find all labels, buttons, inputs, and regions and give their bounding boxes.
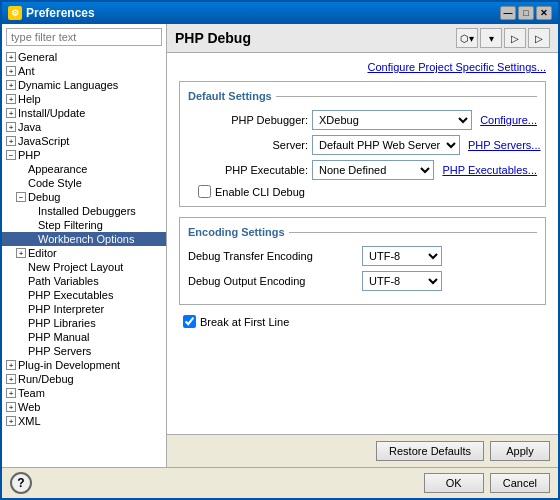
sidebar-item-php-manual[interactable]: PHP Manual bbox=[2, 330, 166, 344]
configure-link[interactable]: Configure... bbox=[480, 114, 537, 126]
cli-debug-checkbox[interactable] bbox=[198, 185, 211, 198]
bottom-bar: Restore Defaults Apply bbox=[167, 434, 558, 467]
cli-debug-label: Enable CLI Debug bbox=[215, 186, 305, 198]
sidebar-item-general[interactable]: + General bbox=[2, 50, 166, 64]
sidebar-item-ant[interactable]: + Ant bbox=[2, 64, 166, 78]
nav-buttons: ⬡▾ ▾ ▷ ▷ bbox=[456, 28, 550, 48]
sidebar-item-dynamic-languages[interactable]: + Dynamic Languages bbox=[2, 78, 166, 92]
sidebar-item-debug[interactable]: − Debug bbox=[2, 190, 166, 204]
sidebar-item-javascript[interactable]: + JavaScript bbox=[2, 134, 166, 148]
window-icon: ⚙ bbox=[8, 6, 22, 20]
main-panel: PHP Debug ⬡▾ ▾ ▷ ▷ Configure Project Spe… bbox=[167, 24, 558, 467]
default-settings-title: Default Settings bbox=[188, 90, 276, 102]
php-executables-link[interactable]: PHP Executables... bbox=[442, 164, 537, 176]
break-first-line-label: Break at First Line bbox=[200, 316, 289, 328]
toggle-run-debug[interactable]: + bbox=[6, 374, 16, 384]
toggle-dynamic[interactable]: + bbox=[6, 80, 16, 90]
sidebar-item-help[interactable]: + Help bbox=[2, 92, 166, 106]
toggle-php[interactable]: − bbox=[6, 150, 16, 160]
sidebar-item-plug-in-development[interactable]: + Plug-in Development bbox=[2, 358, 166, 372]
nav-forward-button[interactable]: ▷ bbox=[504, 28, 526, 48]
sidebar-item-editor[interactable]: + Editor bbox=[2, 246, 166, 260]
toggle-plugin[interactable]: + bbox=[6, 360, 16, 370]
sidebar-item-code-style[interactable]: Code Style bbox=[2, 176, 166, 190]
panel-body: Configure Project Specific Settings... D… bbox=[167, 53, 558, 434]
tree: + General + Ant + Dynamic Languages + He… bbox=[2, 50, 166, 467]
sidebar-item-java[interactable]: + Java bbox=[2, 120, 166, 134]
executable-label: PHP Executable: bbox=[188, 164, 308, 176]
output-encoding-select[interactable]: UTF-8 UTF-16 ISO-8859-1 bbox=[362, 271, 442, 291]
ok-button[interactable]: OK bbox=[424, 473, 484, 493]
sidebar-item-run-debug[interactable]: + Run/Debug bbox=[2, 372, 166, 386]
title-bar-left: ⚙ Preferences bbox=[8, 6, 95, 20]
sidebar-item-new-project-layout[interactable]: New Project Layout bbox=[2, 260, 166, 274]
sidebar-item-php-interpreter[interactable]: PHP Interpreter bbox=[2, 302, 166, 316]
title-bar-buttons: — □ ✕ bbox=[500, 6, 552, 20]
transfer-encoding-row: Debug Transfer Encoding UTF-8 UTF-16 ISO… bbox=[188, 246, 537, 266]
sidebar-item-appearance[interactable]: Appearance bbox=[2, 162, 166, 176]
sidebar: + General + Ant + Dynamic Languages + He… bbox=[2, 24, 167, 467]
nav-forward2-button[interactable]: ▷ bbox=[528, 28, 550, 48]
sidebar-item-php-executables[interactable]: PHP Executables bbox=[2, 288, 166, 302]
maximize-button[interactable]: □ bbox=[518, 6, 534, 20]
footer-action-buttons: OK Cancel bbox=[424, 473, 550, 493]
restore-defaults-button[interactable]: Restore Defaults bbox=[376, 441, 484, 461]
toggle-team[interactable]: + bbox=[6, 388, 16, 398]
sidebar-item-team[interactable]: + Team bbox=[2, 386, 166, 400]
transfer-encoding-select[interactable]: UTF-8 UTF-16 ISO-8859-1 bbox=[362, 246, 442, 266]
sidebar-item-step-filtering[interactable]: Step Filtering bbox=[2, 218, 166, 232]
minimize-button[interactable]: — bbox=[500, 6, 516, 20]
panel-title: PHP Debug bbox=[175, 30, 251, 46]
break-first-line-checkbox[interactable] bbox=[183, 315, 196, 328]
toggle-web[interactable]: + bbox=[6, 402, 16, 412]
sidebar-item-install-update[interactable]: + Install/Update bbox=[2, 106, 166, 120]
output-encoding-label: Debug Output Encoding bbox=[188, 275, 358, 287]
apply-button[interactable]: Apply bbox=[490, 441, 550, 461]
close-button[interactable]: ✕ bbox=[536, 6, 552, 20]
php-servers-link[interactable]: PHP Servers... bbox=[468, 139, 541, 151]
executable-row: PHP Executable: None Defined PHP Executa… bbox=[188, 160, 537, 180]
preferences-window: ⚙ Preferences — □ ✕ + General + Ant bbox=[0, 0, 560, 500]
toggle-general[interactable]: + bbox=[6, 52, 16, 62]
default-settings-line bbox=[276, 96, 537, 97]
sidebar-item-xml[interactable]: + XML bbox=[2, 414, 166, 428]
sidebar-item-path-variables[interactable]: Path Variables bbox=[2, 274, 166, 288]
sidebar-item-installed-debuggers[interactable]: Installed Debuggers bbox=[2, 204, 166, 218]
toggle-xml[interactable]: + bbox=[6, 416, 16, 426]
encoding-settings-line bbox=[289, 232, 537, 233]
filter-input[interactable] bbox=[6, 28, 162, 46]
debugger-row: PHP Debugger: XDebug Zend Debugger Confi… bbox=[188, 110, 537, 130]
sidebar-item-php-libraries[interactable]: PHP Libraries bbox=[2, 316, 166, 330]
toggle-editor[interactable]: + bbox=[16, 248, 26, 258]
toggle-java[interactable]: + bbox=[6, 122, 16, 132]
sidebar-item-php-servers[interactable]: PHP Servers bbox=[2, 344, 166, 358]
sidebar-item-web[interactable]: + Web bbox=[2, 400, 166, 414]
sidebar-item-workbench-options[interactable]: Workbench Options bbox=[2, 232, 166, 246]
toggle-debug[interactable]: − bbox=[16, 192, 26, 202]
toggle-ant[interactable]: + bbox=[6, 66, 16, 76]
server-select[interactable]: Default PHP Web Server bbox=[312, 135, 460, 155]
cancel-button[interactable]: Cancel bbox=[490, 473, 550, 493]
output-encoding-row: Debug Output Encoding UTF-8 UTF-16 ISO-8… bbox=[188, 271, 537, 291]
encoding-settings-group: Encoding Settings Debug Transfer Encodin… bbox=[179, 217, 546, 305]
toggle-javascript[interactable]: + bbox=[6, 136, 16, 146]
server-row: Server: Default PHP Web Server PHP Serve… bbox=[188, 135, 537, 155]
debugger-label: PHP Debugger: bbox=[188, 114, 308, 126]
help-button[interactable]: ? bbox=[10, 472, 32, 494]
cli-debug-row: Enable CLI Debug bbox=[188, 185, 537, 198]
nav-dropdown-button[interactable]: ▾ bbox=[480, 28, 502, 48]
default-settings-group: Default Settings PHP Debugger: XDebug Ze… bbox=[179, 81, 546, 207]
sidebar-item-php[interactable]: − PHP bbox=[2, 148, 166, 162]
debugger-select[interactable]: XDebug Zend Debugger bbox=[312, 110, 472, 130]
toggle-help[interactable]: + bbox=[6, 94, 16, 104]
encoding-settings-title: Encoding Settings bbox=[188, 226, 289, 238]
server-label: Server: bbox=[188, 139, 308, 151]
toggle-install[interactable]: + bbox=[6, 108, 16, 118]
executable-select[interactable]: None Defined bbox=[312, 160, 434, 180]
nav-back-button[interactable]: ⬡▾ bbox=[456, 28, 478, 48]
default-settings-header: Default Settings bbox=[188, 90, 537, 102]
configure-project-link[interactable]: Configure Project Specific Settings... bbox=[179, 61, 546, 73]
window-title: Preferences bbox=[26, 6, 95, 20]
transfer-encoding-label: Debug Transfer Encoding bbox=[188, 250, 358, 262]
footer-bar: ? OK Cancel bbox=[2, 467, 558, 498]
